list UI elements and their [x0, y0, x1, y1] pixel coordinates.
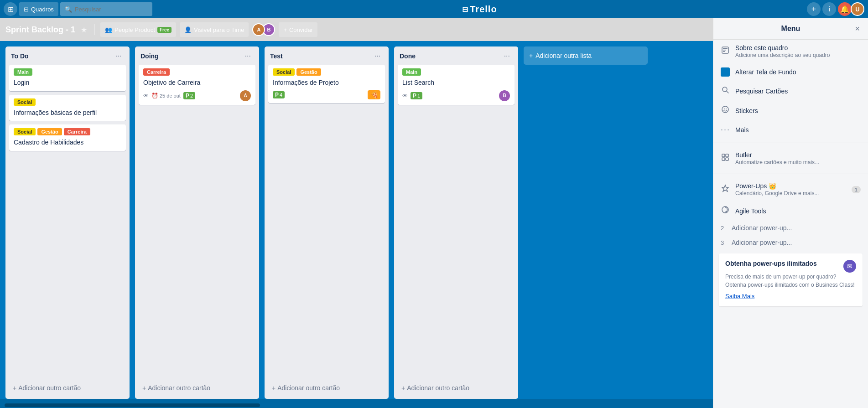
- card-labels: Main: [402, 68, 510, 76]
- svg-rect-12: [726, 158, 728, 160]
- star-button[interactable]: ★: [79, 24, 89, 36]
- column-menu-done[interactable]: ···: [501, 51, 513, 61]
- progress-icon: P: [186, 93, 189, 99]
- background-icon: [721, 67, 730, 77]
- card-objetivo[interactable]: Carreira Objetivo de Carreira 👁 ⏰ 25 de …: [139, 65, 255, 105]
- svg-rect-1: [723, 48, 728, 49]
- column-cards-test: Social Gestão Informações de Projeto P 4…: [265, 65, 389, 379]
- label-main: Main: [14, 68, 32, 76]
- menu-item-agile[interactable]: Agile Tools: [713, 201, 868, 221]
- info-button[interactable]: i: [822, 2, 836, 16]
- menu-close-button[interactable]: ×: [852, 23, 863, 35]
- agile-menu-title: Agile Tools: [735, 207, 861, 215]
- user-avatar[interactable]: U: [851, 2, 864, 16]
- powerup-number-3: 3: [721, 239, 728, 246]
- badge-progress-3: P 1: [411, 92, 422, 99]
- stickers-icon: [721, 105, 730, 116]
- add-icon-3: +: [272, 384, 275, 392]
- add-button[interactable]: +: [807, 2, 821, 16]
- about-title: Sobre este quadro: [735, 44, 861, 52]
- visibility-label: Visível para o Time: [194, 26, 244, 33]
- search-menu-icon: [721, 86, 730, 96]
- svg-rect-2: [723, 50, 726, 51]
- invite-label: Convidar: [289, 26, 313, 33]
- upsell-text: Precisa de mais de um power-up por quadr…: [725, 273, 856, 289]
- about-subtitle: Adicione uma descrição ao seu quadro: [735, 52, 861, 58]
- board-title[interactable]: Sprint Backlog - 1: [5, 25, 75, 35]
- add-icon: +: [13, 384, 16, 392]
- svg-point-6: [722, 106, 728, 113]
- card-skills[interactable]: Social Gestão Carreira Cadastro de Habil…: [9, 124, 126, 151]
- column-menu-doing[interactable]: ···: [242, 51, 254, 61]
- add-card-todo[interactable]: + Adicionar outro cartão: [7, 381, 128, 395]
- card-avatar-done: B: [499, 90, 510, 101]
- add-card-label-4: Adicionar outro cartão: [407, 384, 469, 392]
- avatar-1[interactable]: A: [252, 23, 265, 36]
- member-avatars: A B: [252, 23, 275, 36]
- card-labels: Social Gestão: [273, 68, 380, 76]
- home-button[interactable]: ⊞: [4, 2, 17, 16]
- menu-item-more[interactable]: ··· Mais: [713, 120, 868, 139]
- card-labels: Social Gestão Carreira: [14, 128, 121, 135]
- card-footer-projeto: P 4 🍕: [273, 90, 380, 99]
- menu-item-powerups[interactable]: Power-Ups 👑 Calendário, Google Drive e m…: [713, 178, 868, 201]
- menu-item-stickers[interactable]: Stickers: [713, 101, 868, 120]
- workspace-free-badge: Free: [157, 27, 172, 33]
- card-list-search[interactable]: Main List Search 👁 P 1: [398, 65, 515, 105]
- visibility-icon: 👤: [184, 26, 192, 33]
- butler-menu-icon: [721, 153, 730, 164]
- column-menu-todo[interactable]: ···: [113, 51, 124, 61]
- search-icon: 🔍: [65, 6, 72, 13]
- powerups-count-badge: 1: [852, 186, 861, 193]
- scrollbar-thumb[interactable]: [5, 403, 260, 407]
- add-powerup-2-row[interactable]: 2 Adicionar power-up...: [713, 221, 868, 235]
- butler-content: Butler Automatize cartões e muito mais..…: [735, 151, 861, 165]
- invite-button[interactable]: + Convidar: [279, 22, 317, 37]
- add-card-label-2: Adicionar outro cartão: [148, 384, 210, 392]
- add-column-icon-main: +: [529, 52, 533, 59]
- column-menu-test[interactable]: ···: [372, 51, 383, 61]
- watch-icon-2: 👁: [402, 93, 408, 99]
- upsell-link[interactable]: Saiba Mais: [725, 293, 754, 300]
- card-badges-3: 👁 P 1: [402, 92, 422, 99]
- agile-menu-icon: [721, 206, 730, 216]
- add-card-done[interactable]: + Adicionar outro cartão: [396, 381, 516, 395]
- search-title: Pesquisar Cartões: [735, 88, 861, 95]
- svg-point-7: [724, 108, 725, 109]
- add-card-doing[interactable]: + Adicionar outro cartão: [137, 381, 257, 395]
- progress-icon-3: P: [413, 93, 416, 99]
- top-nav-left: ⊞ ⊟ Quadros 🔍: [4, 2, 152, 16]
- search-input[interactable]: [75, 6, 148, 13]
- top-nav-right: + i 🔔 U: [807, 2, 864, 16]
- menu-item-search[interactable]: Pesquisar Cartões: [713, 81, 868, 101]
- boards-button[interactable]: ⊟ Quadros: [19, 2, 58, 16]
- workspace-button[interactable]: 👥 People Product Free: [100, 22, 176, 37]
- menu-item-butler[interactable]: Butler Automatize cartões e muito mais..…: [713, 147, 868, 170]
- label-social-3: Social: [273, 68, 295, 76]
- card-badges: 👁 ⏰ 25 de out P 2: [143, 92, 195, 99]
- add-powerup-3-row[interactable]: 3 Adicionar power-up...: [713, 235, 868, 250]
- butler-menu-title: Butler: [735, 151, 861, 159]
- menu-divider-1: [713, 143, 868, 143]
- column-header-todo: To Do ···: [5, 46, 130, 65]
- add-column-button[interactable]: + Adicionar outra lista: [524, 46, 648, 65]
- column-title-todo: To Do: [11, 52, 29, 60]
- about-content: Sobre este quadro Adicione uma descrição…: [735, 44, 861, 58]
- add-card-test[interactable]: + Adicionar outro cartão: [266, 381, 387, 395]
- svg-point-8: [726, 108, 727, 109]
- card-profile-info[interactable]: Social Informações básicas de perfil: [9, 95, 126, 121]
- menu-item-about[interactable]: Sobre este quadro Adicione uma descrição…: [713, 40, 868, 63]
- card-projeto[interactable]: Social Gestão Informações de Projeto P 4…: [268, 65, 385, 103]
- background-title: Alterar Tela de Fundo: [735, 68, 861, 76]
- upsell-box: Obtenha power-ups ilimitados ✉ Precisa d…: [719, 253, 863, 306]
- powerups-subtitle: Calendário, Google Drive e mais...: [735, 190, 846, 196]
- menu-item-background[interactable]: Alterar Tela de Fundo: [713, 63, 868, 81]
- card-title-projeto: Informações de Projeto: [273, 78, 380, 88]
- progress-count: 2: [190, 93, 193, 98]
- card-avatar-objetivo: A: [240, 90, 251, 101]
- card-labels: Carreira: [143, 68, 251, 76]
- card-labels: Main: [14, 68, 121, 76]
- card-login[interactable]: Main Login: [9, 65, 126, 91]
- notification-button[interactable]: 🔔: [838, 2, 852, 16]
- visibility-button[interactable]: 👤 Visível para o Time: [180, 22, 249, 37]
